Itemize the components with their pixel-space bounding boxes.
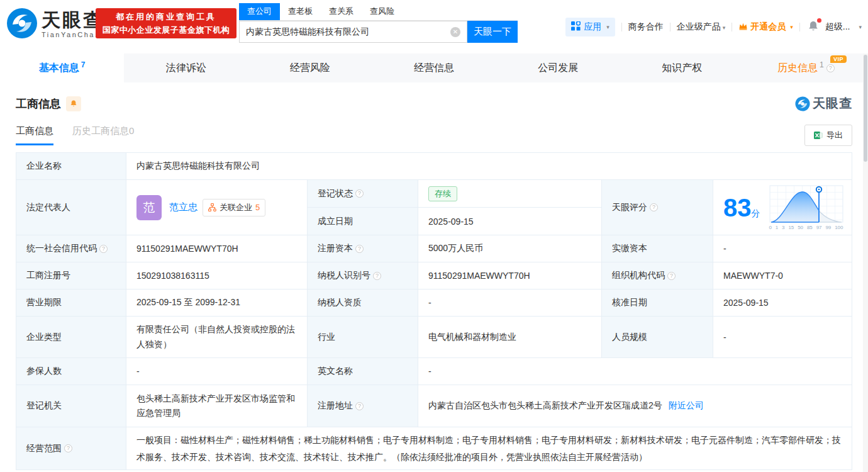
watermark-logo: 天眼查 bbox=[795, 95, 852, 112]
enterprise-product-menu[interactable]: 企业级产品▾ bbox=[677, 21, 726, 33]
score-label: 天眼评分? bbox=[602, 180, 713, 235]
divider bbox=[799, 23, 800, 31]
business-coop-link[interactable]: 商务合作 bbox=[628, 21, 664, 33]
chevron-down-icon: ▾ bbox=[859, 24, 862, 30]
status-badge: 存续 bbox=[428, 186, 457, 201]
legal-rep-name-link[interactable]: 范立忠 bbox=[169, 201, 198, 213]
search-area: 查公司 查老板 查关系 查风险 ✕ 天眼一下 bbox=[239, 3, 518, 43]
help-icon[interactable]: ? bbox=[99, 245, 108, 253]
company-nav-tabs: 基本信息7 法律诉讼 经营风险 经营信息 公司发展 知识产权 VIP 历史信息1… bbox=[0, 53, 868, 82]
taxpayer-id-value: 91150291MAEWWYT70H bbox=[418, 262, 602, 289]
tab-legal-litigation[interactable]: 法律诉讼 bbox=[124, 53, 248, 82]
paid-capital-value: - bbox=[713, 235, 852, 262]
reg-authority-label: 登记机关 bbox=[16, 385, 126, 427]
super-user-menu[interactable]: 超级... bbox=[825, 21, 850, 33]
nearby-companies-link[interactable]: 附近公司 bbox=[669, 400, 704, 412]
page-scrollbar[interactable] bbox=[863, 53, 868, 472]
apps-grid-icon bbox=[571, 21, 581, 33]
reg-capital-value: 5000万人民币 bbox=[418, 235, 602, 262]
reg-capital-label: 注册资本? bbox=[308, 235, 418, 262]
org-code-label: 组织机构代码? bbox=[602, 262, 713, 289]
tab-company-development[interactable]: 公司发展 bbox=[496, 53, 620, 82]
table-row: 参保人数 - 英文名称 - bbox=[16, 358, 852, 385]
table-row: 统一社会信用代码? 91150291MAEWWYT70H 注册资本? 5000万… bbox=[16, 235, 852, 262]
table-row: 经营范围? 一般项目：磁性材料生产；磁性材料销售；稀土功能材料销售；电子专用材料… bbox=[16, 427, 852, 469]
help-icon[interactable]: ? bbox=[667, 272, 676, 280]
taxpayer-id-label: 纳税人识别号? bbox=[308, 262, 418, 289]
org-network-icon bbox=[208, 203, 216, 211]
chevron-down-icon: ▾ bbox=[790, 24, 793, 30]
credit-code-label: 统一社会信用代码? bbox=[16, 235, 126, 262]
company-name-label: 企业名称 bbox=[16, 153, 126, 179]
divider bbox=[670, 23, 670, 31]
clear-search-icon[interactable]: ✕ bbox=[450, 27, 460, 37]
reg-status-cell: 存续 bbox=[418, 180, 601, 207]
search-tab-company[interactable]: 查公司 bbox=[239, 3, 280, 20]
scrollbar-thumb[interactable] bbox=[864, 55, 867, 162]
tianyancha-logo-icon bbox=[6, 8, 38, 42]
business-term-value: 2025-09-15 至 2099-12-31 bbox=[126, 289, 308, 316]
taxpayer-quality-label: 纳税人资质 bbox=[308, 289, 418, 316]
search-input[interactable] bbox=[240, 27, 450, 37]
search-button[interactable]: 天眼一下 bbox=[467, 21, 518, 43]
legal-rep-label: 法定代表人 bbox=[16, 180, 126, 235]
credit-code-value: 91150291MAEWWYT70H bbox=[126, 235, 308, 262]
header-right-nav: 应用 ▾ 商务合作 企业级产品▾ 开通会员 ▾ bbox=[565, 18, 862, 37]
slogan-line1: 都在用的商业查询工具 bbox=[116, 11, 216, 23]
help-icon[interactable]: ? bbox=[355, 245, 364, 253]
divider bbox=[621, 23, 622, 31]
staff-size-label: 人员规模 bbox=[602, 317, 713, 357]
search-tab-relation[interactable]: 查关系 bbox=[321, 3, 362, 20]
related-companies-badge[interactable]: 关联企业 5 bbox=[203, 199, 265, 216]
related-companies-count: 5 bbox=[255, 203, 260, 212]
org-code-value: MAEWWYT7-0 bbox=[713, 262, 852, 289]
subtab-business-info[interactable]: 工商信息 bbox=[16, 125, 53, 145]
legal-rep-avatar[interactable]: 范 bbox=[136, 195, 162, 220]
subtab-history-business-info[interactable]: 历史工商信息0 bbox=[72, 125, 134, 145]
notification-bell-icon[interactable] bbox=[808, 20, 819, 34]
address-label: 注册地址? bbox=[308, 385, 418, 427]
slogan-banner: 都在用的商业查询工具 国家中小企业发展子基金旗下机构 bbox=[96, 8, 236, 38]
tab-operation-risk[interactable]: 经营风险 bbox=[248, 53, 372, 82]
help-icon[interactable]: ? bbox=[373, 272, 381, 280]
help-icon[interactable]: ? bbox=[355, 402, 364, 410]
monitor-bell-icon[interactable] bbox=[66, 96, 81, 111]
help-icon[interactable]: ? bbox=[650, 203, 658, 211]
industry-label: 行业 bbox=[308, 317, 418, 357]
top-header: 天眼查 TianYanCha.com 都在用的商业查询工具 国家中小企业发展子基… bbox=[0, 0, 868, 53]
divider bbox=[732, 23, 732, 31]
score-distribution-chart: 0131550859799100 bbox=[769, 185, 843, 230]
search-tab-risk[interactable]: 查风险 bbox=[362, 3, 403, 20]
company-name-value: 内蒙古英思特磁能科技有限公司 bbox=[126, 153, 852, 179]
table-row: 法定代表人 范 范立忠 关联企业 5 bbox=[16, 180, 852, 235]
section-header: 工商信息 天眼查 bbox=[0, 82, 868, 112]
tab-basic-info[interactable]: 基本信息7 bbox=[0, 53, 124, 82]
help-icon[interactable]: ? bbox=[355, 189, 364, 198]
industry-value: 电气机械和器材制造业 bbox=[418, 317, 602, 357]
search-tabs: 查公司 查老板 查关系 查风险 bbox=[239, 3, 518, 21]
reg-authority-value: 包头稀土高新技术产业开发区市场监管和应急管理局 bbox=[126, 385, 308, 427]
search-tab-boss[interactable]: 查老板 bbox=[280, 3, 321, 20]
business-scope-value: 一般项目：磁性材料生产；磁性材料销售；稀土功能材料销售；电子专用材料制造；电子专… bbox=[126, 427, 852, 469]
apps-menu[interactable]: 应用 ▾ bbox=[565, 18, 615, 37]
table-row: 工商注册号 150291038163115 纳税人识别号? 91150291MA… bbox=[16, 262, 852, 289]
tianyancha-company-page: 天眼查 TianYanCha.com 都在用的商业查询工具 国家中小企业发展子基… bbox=[0, 0, 868, 472]
approval-date-value: 2025-09-15 bbox=[713, 289, 852, 316]
tab-operation-info[interactable]: 经营信息 bbox=[372, 53, 496, 82]
business-term-label: 营业期限 bbox=[16, 289, 126, 316]
export-button[interactable]: 导出 bbox=[804, 125, 852, 146]
tab-history-info[interactable]: VIP 历史信息1 ? bbox=[744, 53, 868, 82]
open-vip-label: 开通会员 bbox=[750, 21, 786, 33]
reg-number-value: 150291038163115 bbox=[126, 262, 308, 289]
tab-intellectual-property[interactable]: 知识产权 bbox=[620, 53, 744, 82]
help-icon[interactable]: ? bbox=[826, 64, 835, 72]
open-vip-menu[interactable]: 开通会员 ▾ bbox=[738, 21, 793, 33]
slogan-line2: 国家中小企业发展子基金旗下机构 bbox=[103, 25, 230, 36]
watermark-brand-text: 天眼查 bbox=[813, 95, 852, 112]
help-icon[interactable]: ? bbox=[64, 444, 72, 452]
apps-label: 应用 bbox=[584, 21, 601, 33]
watermark-logo-icon bbox=[795, 96, 810, 111]
reg-status-label: 登记状态? bbox=[308, 180, 418, 207]
notification-dot bbox=[817, 18, 821, 23]
staff-size-value: - bbox=[713, 317, 852, 357]
